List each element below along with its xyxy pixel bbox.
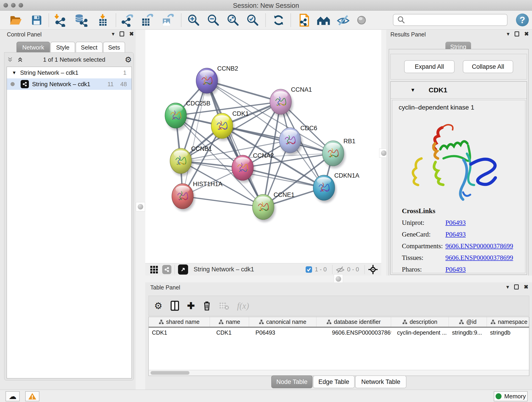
collapse-all-chevrons-icon[interactable] (17, 56, 24, 63)
search-icon (397, 15, 406, 25)
delete-table-icon[interactable] (219, 301, 229, 310)
tab-edge-table[interactable]: Edge Table (313, 375, 355, 388)
function-builder-icon[interactable]: f(x) (237, 301, 249, 311)
network-view-icon[interactable] (162, 265, 171, 274)
cloud-status-button[interactable]: ☁ (6, 391, 20, 401)
delete-column-icon[interactable] (203, 300, 211, 311)
grid-view-icon[interactable] (149, 265, 158, 274)
tab-style[interactable]: Style (51, 42, 75, 53)
tab-node-table[interactable]: Node Table (271, 375, 312, 388)
tab-network-table[interactable]: Network Table (355, 375, 406, 388)
show-columns-icon[interactable] (170, 300, 179, 311)
export-image-button[interactable] (159, 13, 176, 27)
panel-float-icon[interactable] (514, 284, 519, 289)
network-collection-row[interactable]: ▼ String Network – cdk1 1 (7, 67, 132, 78)
add-column-icon[interactable]: ✚ (187, 300, 195, 311)
column-header[interactable]: name (210, 317, 249, 327)
table-settings-gear-icon[interactable]: ⚙ (154, 300, 162, 311)
zoom-in-button[interactable] (185, 13, 202, 27)
left-splitter-handle[interactable] (136, 202, 145, 211)
houses-icon (317, 14, 330, 26)
zoom-selected-button[interactable] (244, 13, 261, 27)
column-header[interactable]: @id (449, 317, 487, 327)
help-button[interactable]: ? (516, 13, 529, 26)
export-network-icon (120, 13, 134, 27)
panel-close-icon[interactable]: ✖ (524, 31, 529, 37)
import-table-file-button[interactable] (94, 13, 111, 27)
panel-menu-icon[interactable]: ▾ (112, 31, 114, 37)
first-neighbors-button[interactable] (295, 13, 312, 27)
search-input[interactable] (408, 17, 506, 24)
panel-close-icon[interactable]: ✖ (129, 31, 134, 37)
hidden-eye-slash-icon[interactable] (336, 266, 345, 274)
expand-all-button[interactable]: Expand All (404, 60, 455, 73)
import-network-icon (53, 13, 67, 27)
save-session-button[interactable] (28, 13, 45, 27)
svg-text:CCNB2: CCNB2 (217, 65, 238, 72)
column-header[interactable]: namespace (487, 317, 529, 327)
scrollbar-thumb[interactable] (151, 371, 190, 375)
zoom-in-icon (187, 13, 200, 27)
node-table[interactable]: shared name name canonical name database… (148, 317, 529, 370)
protein-details: cyclin–dependent kinase 1 Cross (392, 100, 525, 273)
tree-expanded-icon[interactable]: ▼ (12, 70, 17, 75)
panel-menu-icon[interactable]: ▾ (506, 284, 509, 290)
compartments-link[interactable]: 9606.ENSP00000378699 (445, 242, 513, 250)
gear-icon[interactable]: ⚙ (125, 55, 132, 64)
network-tab-panel: 1 of 1 Network selected ⚙ ▼ String Netwo… (4, 52, 134, 380)
collapse-all-button[interactable]: Collapse All (463, 60, 513, 73)
expand-all-chevrons-icon[interactable] (7, 56, 13, 63)
cloud-icon: ☁ (9, 392, 17, 401)
toolbar-divider (332, 265, 332, 274)
selected-checkbox-icon[interactable] (305, 266, 312, 273)
sphere-icon (355, 14, 368, 26)
column-header[interactable]: canonical name (249, 317, 317, 327)
collapse-section-icon[interactable]: ▼ (410, 87, 415, 93)
results-panel: Results Panel ▾ ✖ String Expand All Coll… (386, 30, 532, 275)
network-canvas[interactable]: CCNB2CCNA1CDC25BCDK1CDC6RB1CCNB1CCNA2CDK… (145, 30, 381, 263)
pharos-link[interactable]: P06493 (445, 266, 466, 273)
network-node-count: 11 (108, 81, 114, 88)
column-header[interactable]: description (391, 317, 449, 327)
panel-menu-icon[interactable]: ▾ (507, 31, 510, 37)
hide-selected-button[interactable] (335, 13, 351, 27)
tab-select[interactable]: Select (76, 42, 103, 53)
table-horizontal-scrollbar[interactable] (148, 370, 529, 376)
network-graph[interactable]: CCNB2CCNA1CDC25BCDK1CDC6RB1CCNB1CCNA2CDK… (145, 30, 381, 263)
horizontal-splitter-handle[interactable] (334, 274, 343, 283)
tab-network[interactable]: Network (17, 42, 50, 53)
export-table-button[interactable] (138, 13, 155, 27)
warnings-button[interactable] (25, 391, 39, 401)
memory-label: Memory (504, 393, 526, 400)
tissues-link[interactable]: 9606.ENSP00000378699 (445, 254, 513, 262)
network-tree: ▼ String Network – cdk1 1 String Network… (7, 67, 132, 378)
crosshair-icon[interactable] (368, 264, 378, 274)
panel-close-icon[interactable]: ✖ (524, 284, 528, 290)
memory-status-dot-icon (496, 393, 501, 399)
export-table-icon (140, 13, 153, 27)
birds-eye-view-button[interactable] (178, 264, 188, 274)
column-header[interactable]: shared name (149, 317, 210, 327)
svg-text:CCNA2: CCNA2 (253, 152, 274, 159)
import-network-database-button[interactable] (73, 13, 89, 27)
apply-layout-button[interactable] (270, 13, 287, 27)
network-row[interactable]: String Network – cdk1 11 48 (7, 78, 132, 90)
genecard-link[interactable]: P06493 (445, 230, 466, 238)
zoom-out-button[interactable] (205, 13, 221, 27)
panel-float-icon[interactable] (515, 32, 519, 36)
open-session-button[interactable] (7, 13, 24, 27)
group-nodes-button[interactable] (315, 13, 332, 27)
table-row[interactable]: CDK1 CDK1 P06493 9606.ENSP00000378699 cy… (149, 327, 529, 338)
zoom-fit-button[interactable] (225, 13, 241, 27)
export-network-button[interactable] (119, 13, 135, 27)
panel-float-icon[interactable] (120, 32, 124, 36)
uniprot-link[interactable]: P06493 (445, 219, 466, 226)
protein-description: cyclin–dependent kinase 1 (399, 104, 525, 111)
column-header[interactable]: database identifier (317, 317, 391, 327)
import-network-file-button[interactable] (52, 13, 68, 27)
memory-button[interactable]: Memory (494, 391, 528, 401)
tab-sets[interactable]: Sets (103, 42, 125, 53)
show-graphics-details-button[interactable] (353, 13, 370, 27)
import-database-icon (75, 13, 88, 27)
network-selection-status: 1 of 1 Network selected (24, 56, 125, 63)
